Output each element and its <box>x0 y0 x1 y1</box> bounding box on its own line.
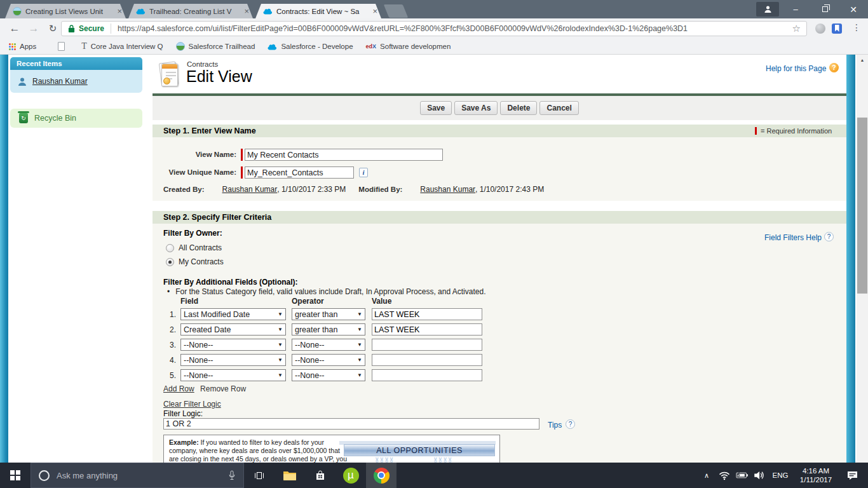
task-view-button[interactable] <box>244 463 275 488</box>
value-input[interactable] <box>372 339 482 351</box>
filter-row: 3. --None--▼ --None--▼ <box>166 339 482 351</box>
bookmark-blank-page[interactable] <box>49 42 65 51</box>
hidden-icons-chevron[interactable]: ∧ <box>698 463 715 488</box>
modified-by-user-link[interactable]: Raushan Kumar <box>420 185 475 194</box>
save-as-button[interactable]: Save As <box>454 101 498 115</box>
trailhead-icon <box>176 42 185 51</box>
field-select[interactable]: --None--▼ <box>180 339 286 351</box>
view-unique-name-input[interactable] <box>245 166 354 179</box>
filter-logic-input[interactable] <box>163 418 539 430</box>
bookmark-software-development[interactable]: edX Software developmen <box>366 43 451 50</box>
field-select[interactable]: --None--▼ <box>180 354 286 366</box>
example-text: Example: If you wanted to filter to key … <box>169 438 347 463</box>
url-text[interactable]: https://ap4.salesforce.com/ui/list/Filte… <box>118 24 787 33</box>
address-bar[interactable]: Secure https://ap4.salesforce.com/ui/lis… <box>61 21 807 36</box>
modified-by-label: Modified By: <box>358 186 402 193</box>
field-filters-help-link[interactable]: Field Filters Help <box>764 233 822 242</box>
restore-button[interactable] <box>811 0 839 18</box>
view-name-label: View Name: <box>153 151 236 158</box>
owner-option-my-contracts[interactable]: My Contracts <box>166 257 224 266</box>
back-button[interactable]: ← <box>5 18 24 39</box>
operator-select[interactable]: --None--▼ <box>292 369 365 381</box>
cortana-search-box[interactable]: Ask me anything <box>31 463 244 488</box>
column-operator: Operator <box>292 297 372 306</box>
operator-select[interactable]: --None--▼ <box>292 354 365 366</box>
recent-item-link[interactable]: Raushan Kumar <box>32 77 88 86</box>
dropdown-arrow-icon: ▼ <box>278 372 283 378</box>
select-value: --None-- <box>184 371 214 380</box>
forward-button[interactable]: → <box>24 18 43 39</box>
new-tab-button[interactable] <box>384 4 408 18</box>
bookmarks-bar: Apps T Core Java Interview Q Salesforce … <box>0 39 868 55</box>
filter-logic-label: Filter Logic: <box>163 409 203 418</box>
row-links: Add Row Remove Row <box>163 384 246 393</box>
field-select[interactable]: Last Modified Date▼ <box>180 308 286 320</box>
recycle-bin-icon: ↻ <box>19 113 28 123</box>
scrollbar-up-arrow[interactable]: ▲ <box>857 55 868 65</box>
owner-radio[interactable] <box>166 258 174 266</box>
close-button[interactable]: ✕ <box>839 0 868 18</box>
info-icon[interactable]: i <box>359 168 368 177</box>
delete-button[interactable]: Delete <box>500 101 537 115</box>
owner-radio[interactable] <box>166 244 174 252</box>
help-for-this-page-link[interactable]: Help for this Page <box>766 64 826 73</box>
field-select[interactable]: --None--▼ <box>180 369 286 381</box>
help-question-icon[interactable]: ? <box>829 63 839 72</box>
extension-globe-icon[interactable] <box>815 24 825 34</box>
tips-question-icon[interactable]: ? <box>566 419 575 429</box>
tab-close-icon[interactable]: × <box>372 7 377 15</box>
created-by-user-link[interactable]: Raushan Kumar <box>222 185 278 194</box>
filter-logic-example-box: Example: If you wanted to filter to key … <box>163 435 500 463</box>
bookmark-salesforce-developer[interactable]: Salesforce - Develope <box>268 43 353 50</box>
value-input[interactable] <box>372 323 482 336</box>
tab-creating-list-views[interactable]: Creating List Views Unit × <box>5 4 126 18</box>
view-name-input[interactable] <box>245 149 443 161</box>
bookmark-core-java[interactable]: T Core Java Interview Q <box>78 41 163 51</box>
taskbar-clock[interactable]: 4:16 AM 1/11/2017 <box>797 466 835 484</box>
volume-button[interactable] <box>751 463 769 488</box>
tab-close-icon[interactable]: × <box>244 7 249 15</box>
battery-button[interactable] <box>733 463 751 488</box>
bookmark-star-icon[interactable]: ☆ <box>792 23 801 34</box>
cancel-button[interactable]: Cancel <box>539 101 578 115</box>
operator-select[interactable]: --None--▼ <box>292 339 365 351</box>
file-explorer-button[interactable] <box>275 463 305 488</box>
apps-shortcut[interactable]: Apps <box>0 43 36 50</box>
operator-select[interactable]: greater than▼ <box>292 308 365 320</box>
minimize-button[interactable]: – <box>782 0 810 18</box>
windows-store-button[interactable] <box>305 463 336 488</box>
browser-menu-icon[interactable]: ⋮ <box>852 22 861 32</box>
profile-button[interactable] <box>756 2 779 17</box>
filter-row: 1. Last Modified Date▼ greater than▼ <box>166 308 482 320</box>
field-filters-help-question-icon[interactable]: ? <box>824 232 834 241</box>
field-select[interactable]: Created Date▼ <box>180 323 286 336</box>
save-button[interactable]: Save <box>420 101 452 115</box>
chrome-button[interactable] <box>366 463 397 488</box>
language-indicator[interactable]: ENG <box>769 471 792 479</box>
reload-button[interactable]: ↻ <box>43 18 62 39</box>
tips-link[interactable]: Tips <box>548 421 562 430</box>
tab-trailhead[interactable]: Trailhead: Creating List V × <box>128 4 253 18</box>
value-input[interactable] <box>372 354 482 366</box>
remove-row-link[interactable]: Remove Row <box>200 384 246 393</box>
recent-item-raushan-kumar[interactable]: Raushan Kumar <box>10 70 142 93</box>
action-center-button[interactable] <box>840 463 864 488</box>
add-row-link[interactable]: Add Row <box>163 384 194 393</box>
value-input[interactable] <box>372 308 482 320</box>
utorrent-button[interactable]: µ <box>336 463 366 488</box>
value-input[interactable] <box>372 369 482 381</box>
clear-filter-logic-link[interactable]: Clear Filter Logic <box>163 400 221 409</box>
scrollbar-thumb[interactable] <box>857 118 867 294</box>
tab-close-icon[interactable]: × <box>117 7 122 15</box>
extension-bookmark-icon[interactable] <box>832 24 842 34</box>
microphone-icon[interactable] <box>228 470 236 481</box>
operator-select[interactable]: greater than▼ <box>292 323 365 336</box>
wifi-button[interactable] <box>715 463 733 488</box>
recycle-bin-item[interactable]: ↻ Recycle Bin <box>10 109 142 128</box>
bookmark-salesforce-trailhead[interactable]: Salesforce Trailhead <box>176 42 255 51</box>
required-bar-icon <box>241 166 243 179</box>
owner-option-all-contracts[interactable]: All Contracts <box>166 243 222 252</box>
tab-contracts-edit-view[interactable]: Contracts: Edit View ~ Sa × <box>255 4 381 18</box>
speaker-icon <box>754 471 766 480</box>
start-button[interactable] <box>0 463 31 488</box>
